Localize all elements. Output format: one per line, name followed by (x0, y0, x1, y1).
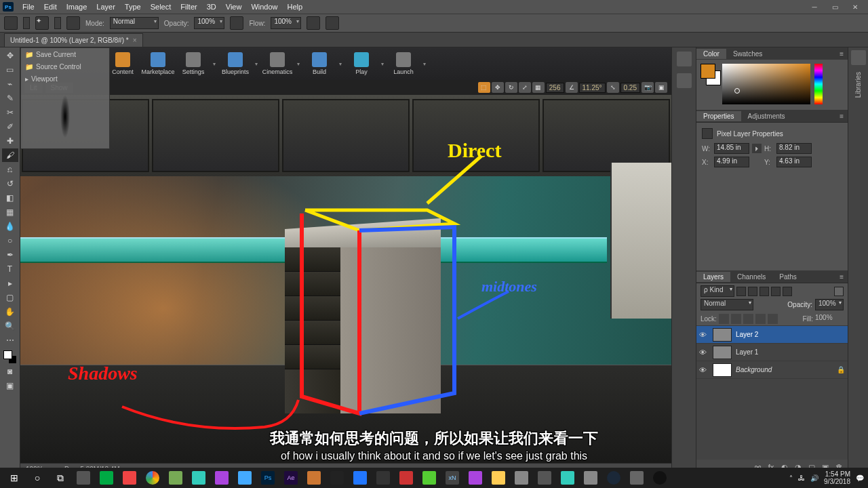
notifications-icon[interactable]: 💬 (856, 474, 864, 482)
taskbar-app[interactable] (556, 468, 579, 487)
menu-type[interactable]: Type (120, 1, 146, 12)
layer-name[interactable]: Layer 2 (736, 331, 758, 338)
taskbar-app[interactable] (72, 468, 95, 487)
dodge-tool[interactable]: ○ (2, 234, 18, 247)
crop-tool[interactable]: ✂ (2, 106, 18, 119)
tool-preset-icon[interactable] (4, 16, 18, 30)
taskbar-app[interactable] (464, 468, 487, 487)
taskbar-app[interactable] (302, 468, 326, 487)
stamp-tool[interactable]: ⎌ (2, 163, 18, 176)
filter-toggle[interactable] (834, 287, 844, 296)
taskbar-app[interactable] (395, 468, 418, 487)
menu-window[interactable]: Window (246, 1, 282, 12)
quick-mask[interactable]: ◙ (2, 365, 18, 378)
taskbar-app[interactable] (625, 468, 648, 487)
gradient-tool[interactable]: ▦ (2, 205, 18, 219)
taskbar-chrome[interactable] (141, 468, 164, 487)
layer-filter-kind[interactable]: ρ Kind (701, 285, 734, 297)
history-panel-icon[interactable] (677, 52, 692, 66)
menu-layer[interactable]: Layer (92, 1, 120, 12)
path-select-tool[interactable]: ▸ (2, 277, 18, 290)
blend-mode-select[interactable]: Normal (701, 299, 753, 310)
width-input[interactable]: 14.85 in (714, 143, 749, 154)
menu-select[interactable]: Select (146, 1, 176, 12)
history-brush-tool[interactable]: ↺ (2, 177, 18, 190)
menu-3d[interactable]: 3D (202, 1, 221, 12)
tool-preset-drop[interactable] (23, 17, 30, 29)
menu-image[interactable]: Image (62, 1, 92, 12)
fill-input[interactable]: 100% (815, 314, 844, 324)
canvas[interactable]: Content Marketplace Settings▾ Blueprints… (20, 47, 671, 463)
lock-nest-icon[interactable] (755, 314, 766, 324)
menu-file[interactable]: File (18, 1, 39, 12)
tab-swatches[interactable]: Swatches (726, 49, 769, 59)
filter-smart-icon[interactable] (783, 287, 792, 296)
search-button[interactable]: ○ (26, 468, 49, 487)
taskbar-app[interactable] (326, 468, 349, 487)
brush-panel-icon[interactable] (66, 16, 80, 30)
taskbar-app[interactable] (349, 468, 372, 487)
filter-pixel-icon[interactable] (736, 287, 746, 296)
taskbar-clock[interactable]: 1:54 PM9/3/2018 (824, 470, 850, 485)
lock-trans-icon[interactable] (719, 314, 729, 324)
lock-all-icon[interactable] (768, 314, 778, 324)
tab-channels[interactable]: Channels (730, 272, 772, 282)
menu-help[interactable]: Help (283, 1, 308, 12)
props-panel-menu[interactable]: ≡ (835, 113, 848, 120)
shape-tool[interactable]: ▢ (2, 291, 18, 304)
pressure-opacity-icon[interactable] (230, 16, 243, 30)
move-tool[interactable]: ✥ (2, 49, 18, 62)
brush-tool[interactable]: 🖌 (2, 148, 18, 162)
link-wh-icon[interactable]: ⏵ (752, 144, 762, 153)
taskbar-app[interactable] (510, 468, 533, 487)
layer-row[interactable]: 👁 Layer 2 (696, 326, 848, 344)
tab-properties[interactable]: Properties (696, 111, 741, 121)
taskbar-app[interactable]: xN (441, 468, 464, 487)
taskbar-app[interactable] (164, 468, 187, 487)
color-swatches[interactable] (3, 350, 17, 364)
taskbar-app[interactable] (187, 468, 210, 487)
hue-slider[interactable] (814, 64, 823, 104)
pressure-size-icon[interactable] (326, 16, 339, 30)
color-fg-bg[interactable] (701, 64, 718, 87)
taskbar-steam[interactable] (602, 468, 625, 487)
window-minimize[interactable]: ─ (804, 1, 825, 13)
menu-filter[interactable]: Filter (176, 1, 201, 12)
color-field[interactable] (722, 64, 810, 104)
height-input[interactable]: 8.82 in (776, 143, 812, 154)
edit-toolbar[interactable]: ⋯ (2, 333, 18, 347)
blur-tool[interactable]: 💧 (2, 220, 18, 233)
pen-tool[interactable]: ✒ (2, 248, 18, 262)
tray-chevron-icon[interactable]: ˄ (789, 474, 793, 482)
tab-color[interactable]: Color (696, 49, 726, 59)
brush-panel-dock-icon[interactable] (677, 73, 692, 88)
type-tool[interactable]: T (2, 262, 18, 276)
taskbar-app[interactable] (372, 468, 395, 487)
eyedropper-tool[interactable]: ✐ (2, 120, 18, 134)
quick-select-tool[interactable]: ✎ (2, 92, 18, 105)
taskbar-aftereffects[interactable]: Ae (279, 468, 302, 487)
mode-select[interactable]: Normal (110, 17, 159, 29)
filter-adj-icon[interactable] (748, 287, 757, 296)
window-close[interactable]: ✕ (845, 1, 865, 13)
window-maximize[interactable]: ▭ (825, 1, 845, 13)
taskbar-photoshop[interactable]: Ps (256, 468, 279, 487)
brush-preset-icon[interactable]: ✦ (35, 16, 49, 30)
screen-mode[interactable]: ▣ (2, 379, 18, 392)
tab-paths[interactable]: Paths (772, 272, 804, 282)
visibility-icon[interactable]: 👁 (699, 366, 709, 374)
taskbar-explorer[interactable] (487, 468, 510, 487)
brush-preset-drop[interactable] (54, 17, 61, 29)
layer-row[interactable]: 👁 Background 🔒 (696, 361, 848, 379)
tab-layers[interactable]: Layers (696, 272, 730, 282)
healing-tool[interactable]: ✚ (2, 134, 18, 148)
hand-tool[interactable]: ✋ (2, 305, 18, 319)
document-tab[interactable]: Untitled-1 @ 100% (Layer 2, RGB/8#) * × (4, 33, 143, 47)
visibility-icon[interactable]: 👁 (699, 331, 709, 339)
y-input[interactable]: 4.63 in (776, 157, 812, 167)
airbrush-icon[interactable] (307, 16, 320, 30)
filter-shape-icon[interactable] (771, 287, 781, 296)
task-view-button[interactable]: ⧉ (49, 468, 72, 487)
menu-edit[interactable]: Edit (39, 1, 62, 12)
visibility-icon[interactable]: 👁 (699, 348, 709, 357)
